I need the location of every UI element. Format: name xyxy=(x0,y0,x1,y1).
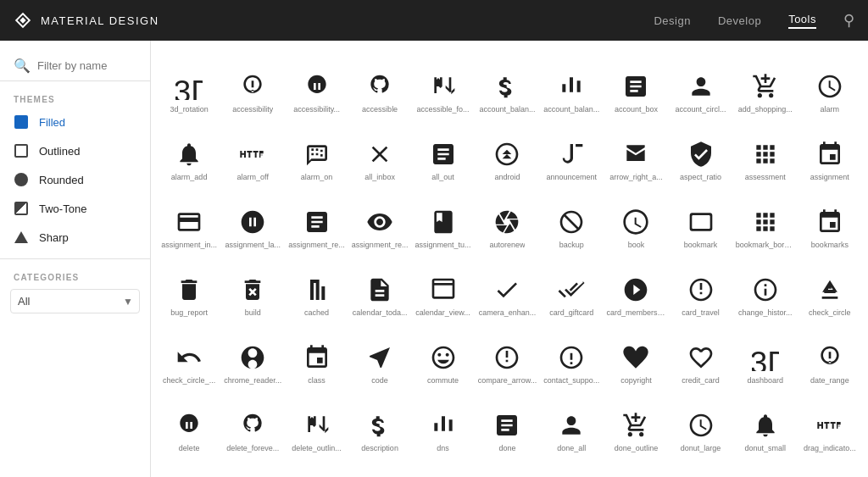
icon-cell-bookmark[interactable]: bookmark xyxy=(669,190,732,258)
icon-cell-accessible[interactable]: accessible xyxy=(348,54,412,122)
icon-cell-check-circle[interactable]: check_circle xyxy=(798,258,861,325)
icon-cell-card-travel[interactable]: card_travel xyxy=(669,258,732,325)
icon-cell-alarm-add[interactable]: alarm_add xyxy=(158,122,220,190)
icon-cell-euro-symbol[interactable]: euro_symbol xyxy=(220,461,285,477)
icon-cell-calendar-toda---[interactable]: calendar_toda... xyxy=(348,258,412,325)
icon-label: backup xyxy=(559,241,584,251)
icon-cell-account-balan---[interactable]: account_balan... xyxy=(475,54,541,122)
nav-tools[interactable]: Tools xyxy=(788,13,816,29)
icon-svg xyxy=(622,412,649,439)
icon-cell-assignment-la---[interactable]: assignment_la... xyxy=(220,190,285,258)
icon-cell-accessibility[interactable]: accessibility xyxy=(220,54,285,122)
categories-select-wrapper[interactable]: All ▼ xyxy=(10,289,140,313)
icon-cell-face[interactable]: face xyxy=(669,461,732,477)
icon-cell-card-giftcard[interactable]: card_giftcard xyxy=(540,258,603,325)
icon-cell-donut-small[interactable]: donut_small xyxy=(732,393,798,461)
icon-cell-assessment[interactable]: assessment xyxy=(732,122,798,190)
icon-cell-contact-suppo---[interactable]: contact_suppo... xyxy=(540,325,603,393)
icon-cell-favorite-bord---[interactable]: favorite_bord... xyxy=(798,461,861,477)
icon-cell-event-seat[interactable]: event_seat xyxy=(348,461,412,477)
icon-svg xyxy=(493,73,520,100)
icon-cell-check-circle----[interactable]: check_circle_... xyxy=(158,325,220,393)
icon-cell-done-all[interactable]: done_all xyxy=(540,393,603,461)
categories-select[interactable]: All xyxy=(10,289,140,313)
sidebar-item-outlined[interactable]: Outlined xyxy=(0,136,150,165)
icon-cell-description[interactable]: description xyxy=(348,393,412,461)
icon-cell-all-out[interactable]: all_out xyxy=(411,122,474,190)
icon-cell-assignment-re---[interactable]: assignment_re... xyxy=(348,190,412,258)
icon-cell-camera-enhan---[interactable]: camera_enhan... xyxy=(475,258,541,325)
icon-label: announcement xyxy=(547,173,598,183)
icon-cell-explore-off[interactable]: explore_off xyxy=(540,461,603,477)
search-bar[interactable]: 🔍 xyxy=(0,51,150,81)
icon-svg xyxy=(303,412,331,439)
icon-cell-add-shopping---[interactable]: add_shopping... xyxy=(732,54,798,122)
icon-cell-compare-arrow---[interactable]: compare_arrow... xyxy=(475,325,541,393)
icon-cell-delete-outlin---[interactable]: delete_outlin... xyxy=(285,393,348,461)
icon-cell-commute[interactable]: commute xyxy=(411,325,474,393)
icon-label: accessibility... xyxy=(293,105,340,115)
icon-cell-extension[interactable]: extension xyxy=(603,461,669,477)
icon-cell-account-balan---[interactable]: account_balan... xyxy=(540,54,603,122)
icon-cell-account-box[interactable]: account_box xyxy=(603,54,669,122)
icon-cell-aspect-ratio[interactable]: aspect_ratio xyxy=(669,122,732,190)
icon-cell-date-range[interactable]: date_range xyxy=(798,325,861,393)
icon-cell-android[interactable]: android xyxy=(475,122,541,190)
icon-cell-drag-indicato---[interactable]: drag_indicato... xyxy=(798,393,861,461)
icon-cell-favorite[interactable]: favorite xyxy=(732,461,798,477)
sidebar: 🔍 THEMES Filled Outlined Rounded xyxy=(0,41,151,477)
icon-cell-cached[interactable]: cached xyxy=(285,258,348,325)
icon-cell-assignment-in---[interactable]: assignment_in... xyxy=(158,190,220,258)
icon-cell-autorenew[interactable]: autorenew xyxy=(475,190,541,258)
icon-cell-backup[interactable]: backup xyxy=(540,190,603,258)
icon-cell-delete[interactable]: delete xyxy=(158,393,220,461)
icon-cell-class[interactable]: class xyxy=(285,325,348,393)
icon-cell-bug-report[interactable]: bug_report xyxy=(158,258,220,325)
icon-cell-bookmarks[interactable]: bookmarks xyxy=(798,190,861,258)
search-icon[interactable]: ⚲ xyxy=(843,11,854,30)
app-header: MATERIAL DESIGN Design Develop Tools ⚲ xyxy=(0,0,868,41)
sidebar-item-sharp[interactable]: Sharp xyxy=(0,223,150,252)
icon-cell-announcement[interactable]: announcement xyxy=(540,122,603,190)
icon-cell-chrome-reader---[interactable]: chrome_reader... xyxy=(220,325,285,393)
icon-cell-done-outline[interactable]: done_outline xyxy=(603,393,669,461)
sidebar-item-rounded[interactable]: Rounded xyxy=(0,165,150,194)
icon-cell-assignment-re---[interactable]: assignment_re... xyxy=(285,190,348,258)
icon-cell-explore[interactable]: explore xyxy=(475,461,541,477)
icon-cell-eject[interactable]: eject xyxy=(158,461,220,477)
icon-cell-dashboard[interactable]: 3D dashboard xyxy=(732,325,798,393)
icon-cell-alarm-on[interactable]: alarm_on xyxy=(285,122,348,190)
icon-cell-3d-rotation[interactable]: 3D 3d_rotation xyxy=(158,54,220,122)
icon-svg xyxy=(493,344,520,371)
icon-cell-code[interactable]: code xyxy=(348,325,412,393)
icon-cell-exit-to-app[interactable]: exit_to_app xyxy=(411,461,474,477)
icon-cell-event[interactable]: event xyxy=(285,461,348,477)
icon-cell-account-circl---[interactable]: account_circl... xyxy=(669,54,732,122)
search-input[interactable] xyxy=(37,59,136,72)
icon-cell-assignment-tu---[interactable]: assignment_tu... xyxy=(411,190,474,258)
icon-cell-copyright[interactable]: copyright xyxy=(603,325,669,393)
icon-cell-all-inbox[interactable]: all_inbox xyxy=(348,122,412,190)
icon-cell-bookmark-bord---[interactable]: bookmark_bord... xyxy=(732,190,798,258)
icon-cell-credit-card[interactable]: credit_card xyxy=(669,325,732,393)
nav-design[interactable]: Design xyxy=(654,14,690,27)
icon-cell-alarm[interactable]: alarm xyxy=(798,54,861,122)
icon-cell-book[interactable]: book xyxy=(603,190,669,258)
icon-cell-dns[interactable]: dns xyxy=(411,393,474,461)
sidebar-item-two-tone[interactable]: Two-Tone xyxy=(0,194,150,223)
icon-cell-done[interactable]: done xyxy=(475,393,541,461)
icon-cell-accessible-fo---[interactable]: accessible_fo... xyxy=(411,54,474,122)
icon-cell-donut-large[interactable]: donut_large xyxy=(669,393,732,461)
icon-cell-change-histor---[interactable]: change_histor... xyxy=(732,258,798,325)
icon-cell-build[interactable]: build xyxy=(220,258,285,325)
icon-cell-calendar-view---[interactable]: calendar_view... xyxy=(411,258,474,325)
icon-cell-assignment[interactable]: assignment xyxy=(798,122,861,190)
icon-cell-accessibility---[interactable]: accessibility... xyxy=(285,54,348,122)
icon-cell-alarm-off[interactable]: alarm_off xyxy=(220,122,285,190)
nav-develop[interactable]: Develop xyxy=(718,14,761,27)
icon-cell-arrow-right-a---[interactable]: arrow_right_a... xyxy=(603,122,669,190)
icon-svg xyxy=(687,73,715,100)
icon-cell-delete-foreve---[interactable]: delete_foreve... xyxy=(220,393,285,461)
sidebar-item-filled[interactable]: Filled xyxy=(0,108,150,136)
icon-cell-card-membersh---[interactable]: card_membersh... xyxy=(603,258,669,325)
